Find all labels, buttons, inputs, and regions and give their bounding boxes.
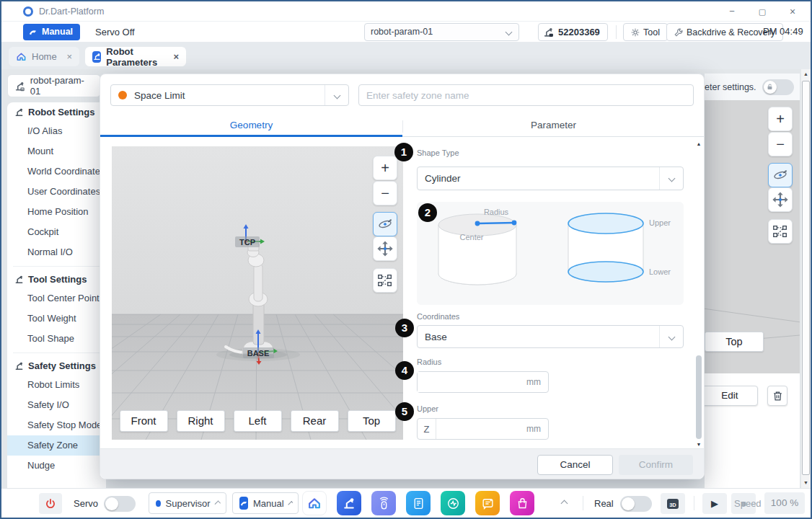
zoom-in-button[interactable]: +	[373, 156, 397, 180]
dock-monitoring-icon[interactable]	[441, 491, 465, 515]
diagram-center-label: Center	[459, 233, 483, 241]
dock-expand-chevron-icon[interactable]	[561, 500, 568, 507]
real-sim-toggle[interactable]	[620, 496, 652, 512]
sidebar-section-safety-settings: Safety Settings	[7, 356, 106, 375]
scrollbar-thumb[interactable]	[802, 81, 810, 475]
radius-input[interactable]	[418, 372, 526, 392]
sidebar-item-safety-io[interactable]: Safety I/O	[7, 395, 106, 415]
chevron-down-icon	[333, 92, 340, 99]
pan-icon	[376, 240, 394, 257]
view-right-button[interactable]: Right	[177, 410, 225, 432]
tab-geometry[interactable]: Geometry	[100, 115, 402, 137]
play-button[interactable]: ▶	[702, 493, 727, 514]
sidebar-item-cockpit[interactable]: Cockpit	[7, 222, 106, 242]
tcp-label: TCP	[239, 238, 255, 247]
dock-task-icon[interactable]	[406, 491, 431, 515]
background-3d-viewport: + − Top	[705, 100, 800, 373]
window-title: Dr.Dart-Platform	[39, 6, 104, 17]
sidebar-item-safety-zone[interactable]: Safety Zone	[7, 435, 106, 456]
role-dot-icon	[156, 500, 161, 507]
zone-type-select[interactable]: Space Limit	[110, 84, 349, 106]
sidebar-item-nudge[interactable]: Nudge	[7, 456, 106, 476]
dock-jog-icon[interactable]	[371, 491, 396, 515]
scroll-up-icon[interactable]: ▲	[694, 141, 703, 146]
close-button[interactable]: ×	[783, 4, 802, 19]
servo-toggle[interactable]	[104, 496, 136, 512]
dialog-scrollbar[interactable]: ▲ ▼	[694, 140, 703, 448]
power-button[interactable]	[39, 493, 62, 514]
robot-3d-scene: TCP BASE	[112, 146, 403, 440]
viewport-3d[interactable]: TCP BASE + −	[112, 146, 403, 440]
measure-button[interactable]	[373, 268, 397, 293]
manual-mode-button[interactable]: Manual	[23, 24, 80, 40]
view-front-button[interactable]: Front	[120, 410, 168, 432]
sidebar-item-safety-stop-modes[interactable]: Safety Stop Modes	[7, 415, 106, 435]
orbit-button[interactable]	[768, 163, 793, 187]
sidebar-item-user-coordinates[interactable]: User Coordinates	[7, 182, 106, 202]
measure-icon	[772, 223, 789, 240]
sidebar-section-robot-settings: Robot Settings	[7, 102, 106, 121]
role-select[interactable]: Supervisor	[149, 492, 226, 514]
sidebar-item-mount[interactable]: Mount	[7, 141, 106, 161]
robot-icon	[14, 361, 24, 371]
view-rear-button[interactable]: Rear	[291, 410, 339, 432]
coordinates-select[interactable]: Base	[417, 325, 684, 348]
z-axis-prefix: Z	[418, 419, 436, 439]
scroll-up-icon[interactable]: ▲	[801, 69, 811, 79]
preset-select[interactable]: robot-param-01	[364, 23, 519, 41]
sim-3d-icon: 3D	[666, 497, 680, 510]
zoom-out-button[interactable]: −	[768, 132, 793, 156]
top-view-button[interactable]: Top	[705, 332, 764, 352]
sidebar-header[interactable]: robot-param-01	[7, 74, 101, 97]
dock-home-icon[interactable]	[302, 491, 327, 515]
sidebar-item-normal-io[interactable]: Normal I/O	[7, 242, 106, 262]
tool-button[interactable]: Tool	[623, 23, 668, 41]
delete-button[interactable]	[767, 386, 787, 406]
maximize-button[interactable]: ▢	[753, 4, 772, 19]
dock-store-icon[interactable]	[510, 491, 534, 515]
pan-button[interactable]	[768, 187, 793, 212]
power-icon	[45, 498, 56, 510]
sidebar-item-robot-limits[interactable]: Robot Limits	[7, 375, 106, 395]
zoom-out-button[interactable]: −	[373, 181, 397, 205]
edit-button[interactable]: Edit	[702, 386, 758, 406]
zone-type-dot-icon	[118, 91, 127, 99]
upper-z-input[interactable]	[436, 419, 526, 439]
dock-robot-parameters-icon[interactable]	[337, 491, 361, 515]
coordinates-label: Coordinates	[417, 312, 459, 321]
mode-select[interactable]: Manual	[232, 492, 299, 514]
minimize-button[interactable]: −	[723, 4, 741, 19]
tab-robot-parameters[interactable]: Robot Parameters ×	[85, 47, 186, 66]
sim-3d-button[interactable]: 3D	[661, 493, 685, 514]
tab-close-icon[interactable]: ×	[66, 51, 72, 62]
scrollbar-thumb[interactable]	[696, 355, 702, 439]
tab-parameter[interactable]: Parameter	[402, 115, 705, 137]
dock-log-icon[interactable]	[475, 491, 500, 515]
chevron-down-icon	[668, 333, 675, 340]
zoom-in-button[interactable]: +	[768, 107, 793, 131]
settings-lock-toggle[interactable]	[762, 79, 794, 95]
sidebar-item-world-coordinates[interactable]: World Coordinates	[7, 161, 106, 182]
sidebar-item-tool-weight[interactable]: Tool Weight	[7, 309, 106, 329]
view-left-button[interactable]: Left	[234, 410, 282, 432]
sidebar-item-home-position[interactable]: Home Position	[7, 202, 106, 222]
real-label: Real	[594, 498, 614, 509]
orbit-button[interactable]	[373, 212, 397, 236]
measure-button[interactable]	[768, 219, 793, 244]
view-top-button[interactable]: Top	[348, 410, 396, 432]
scroll-down-icon[interactable]: ▼	[801, 478, 811, 488]
cancel-button[interactable]: Cancel	[537, 455, 613, 475]
shape-type-select[interactable]: Cylinder	[417, 167, 684, 190]
orbit-icon	[376, 216, 394, 233]
sidebar-item-tool-shape[interactable]: Tool Shape	[7, 329, 106, 349]
zone-name-input[interactable]	[358, 84, 694, 106]
scroll-down-icon[interactable]: ▼	[694, 442, 703, 447]
sidebar-item-tool-center-point[interactable]: Tool Center Point	[7, 288, 106, 309]
orbit-icon	[772, 167, 789, 184]
sidebar-nav: Robot Settings I/O Alias Mount World Coo…	[7, 102, 106, 488]
sidebar-item-io-alias[interactable]: I/O Alias	[7, 121, 106, 141]
window-scrollbar[interactable]: ▲ ▼	[801, 69, 811, 488]
tab-close-icon[interactable]: ×	[173, 51, 179, 62]
tab-home[interactable]: Home ×	[9, 47, 79, 66]
pan-button[interactable]	[373, 236, 397, 261]
